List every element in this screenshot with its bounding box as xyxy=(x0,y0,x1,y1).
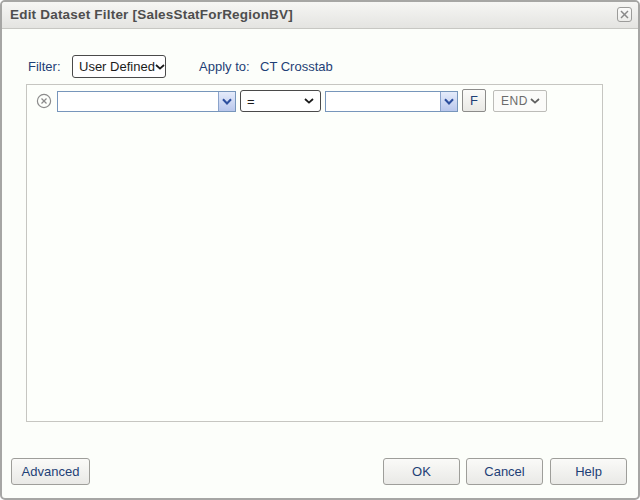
close-icon xyxy=(620,10,629,19)
value-combo[interactable] xyxy=(325,91,458,112)
chevron-down-icon xyxy=(155,64,165,70)
dialog-title: Edit Dataset Filter [SalesStatForRegionB… xyxy=(10,2,293,28)
remove-condition-button[interactable] xyxy=(35,92,52,109)
chevron-down-icon xyxy=(530,98,540,104)
apply-to-value: CT Crosstab xyxy=(260,59,333,74)
chevron-down-icon xyxy=(304,98,314,104)
filter-conditions-panel: = F END xyxy=(26,84,603,422)
chevron-down-icon[interactable] xyxy=(440,92,457,111)
apply-to-label: Apply to: xyxy=(199,59,250,74)
help-button[interactable]: Help xyxy=(550,458,627,485)
ok-button[interactable]: OK xyxy=(383,458,460,485)
logic-operator-select[interactable]: END xyxy=(493,90,547,112)
formula-button[interactable]: F xyxy=(462,89,486,112)
circle-x-icon xyxy=(36,93,52,109)
chevron-down-icon[interactable] xyxy=(218,92,235,111)
filter-type-select[interactable]: User Defined xyxy=(72,55,166,78)
logic-operator-value: END xyxy=(494,94,530,108)
filter-type-value: User Defined xyxy=(73,59,155,74)
filter-label: Filter: xyxy=(28,59,61,74)
dialog-titlebar: Edit Dataset Filter [SalesStatForRegionB… xyxy=(2,2,638,29)
operator-value: = xyxy=(241,94,304,109)
edit-dataset-filter-dialog: Edit Dataset Filter [SalesStatForRegionB… xyxy=(0,0,640,500)
operator-select[interactable]: = xyxy=(240,90,321,112)
field-combo[interactable] xyxy=(57,91,236,112)
close-button[interactable] xyxy=(617,7,632,22)
advanced-button[interactable]: Advanced xyxy=(11,458,90,485)
cancel-button[interactable]: Cancel xyxy=(466,458,543,485)
